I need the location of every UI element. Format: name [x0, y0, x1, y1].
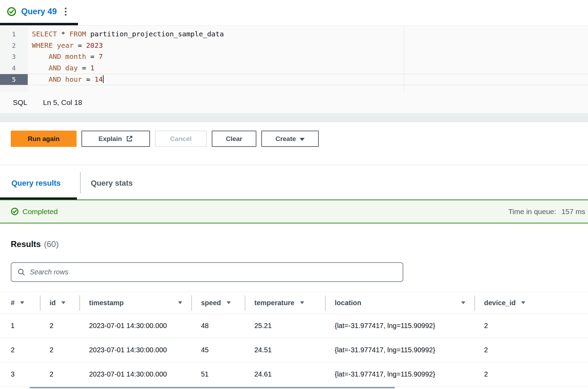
table-cell: 25.21 [245, 314, 326, 338]
table-cell: 24.61 [245, 362, 326, 386]
explain-button[interactable]: Explain [81, 131, 150, 147]
clear-button[interactable]: Clear [212, 131, 256, 147]
panel-divider [0, 113, 588, 122]
create-label: Create [275, 135, 296, 143]
text-cursor [103, 75, 104, 83]
column-header-device_id: device_id [475, 292, 588, 313]
column-header-num: # [0, 292, 41, 313]
table-row: 322023-07-01 14:30:00.0005124.61{lat=-31… [0, 362, 588, 387]
tab-query-results[interactable]: Query results [11, 179, 61, 188]
editor-lines: 1SELECT * FROM partition_projection_samp… [0, 26, 588, 85]
table-cell: 2 [41, 314, 80, 338]
success-check-icon [7, 7, 16, 16]
column-header-speed: speed [192, 292, 245, 313]
results-heading: Results(60) [11, 239, 59, 249]
completed-check-icon [11, 207, 19, 215]
column-header-location: location [326, 292, 475, 313]
tab-divider [80, 172, 81, 193]
queue-time-value: 157 ms [561, 207, 585, 216]
table-cell: 2023-07-01 14:30:00.000 [80, 362, 192, 386]
line-number: 1 [0, 29, 28, 40]
code-text: WHERE year = 2023 [28, 40, 103, 52]
table-cell: 45 [192, 338, 245, 362]
chevron-down-icon [300, 138, 305, 141]
table-cell: 1 [0, 314, 41, 338]
code-text: AND hour = 14 [28, 74, 104, 85]
editor-status-bar: SQL Ln 5, Col 18 [0, 92, 588, 113]
column-header-timestamp: timestamp [80, 292, 192, 313]
table-cell: 24.51 [245, 338, 326, 362]
editor-line[interactable]: 2WHERE year = 2023 [0, 40, 588, 52]
external-link-icon [126, 135, 133, 142]
language-label: SQL [13, 92, 27, 113]
line-number: 4 [0, 63, 28, 74]
filter-icon[interactable] [300, 301, 304, 304]
column-header-id: id [41, 292, 80, 313]
run-again-button[interactable]: Run again [11, 131, 77, 147]
editor-line[interactable]: 5 AND hour = 14 [0, 74, 588, 85]
table-cell: {lat=-31.977417, lng=115.90992} [326, 338, 475, 362]
results-title: Results [11, 239, 41, 249]
table-cell: {lat=-31.977417, lng=115.90992} [326, 362, 475, 386]
column-label: device_id [484, 299, 516, 307]
table-cell: 2 [41, 338, 80, 362]
query-status-banner: Completed Time in queue: 157 ms [0, 200, 588, 223]
code-text: AND day = 1 [28, 63, 95, 74]
table-cell: 2 [475, 338, 588, 362]
code-text: AND month = 7 [28, 51, 103, 63]
cancel-button[interactable]: Cancel [155, 131, 207, 147]
table-cell: 48 [192, 314, 245, 338]
horizontal-scrollbar-thumb[interactable] [29, 387, 395, 388]
column-label: temperature [254, 299, 295, 307]
tab-query-stats[interactable]: Query stats [91, 179, 133, 188]
table-cell: {lat=-31.977417, lng=115.90992} [326, 314, 475, 338]
results-table: #idtimestampspeedtemperaturelocationdevi… [0, 292, 588, 387]
column-label: location [335, 299, 361, 307]
table-cell: 2 [475, 314, 588, 338]
editor-line[interactable]: 3 AND month = 7 [0, 51, 588, 63]
table-row: 122023-07-01 14:30:00.0004825.21{lat=-31… [0, 314, 588, 338]
table-cell: 2023-07-01 14:30:00.000 [80, 338, 192, 362]
filter-icon[interactable] [61, 301, 65, 304]
line-number: 3 [0, 51, 28, 63]
editor-line[interactable]: 4 AND day = 1 [0, 63, 588, 74]
results-tab-bar: Query results Query stats [0, 165, 588, 200]
queue-time-label: Time in queue: [508, 207, 556, 216]
table-cell: 2023-07-01 14:30:00.000 [80, 314, 192, 338]
query-tab-bar: Query 49 [0, 0, 588, 26]
editor-line[interactable]: 1SELECT * FROM partition_projection_samp… [0, 29, 588, 40]
completed-label: Completed [23, 207, 58, 216]
query-tab[interactable]: Query 49 [7, 0, 68, 23]
query-tab-title: Query 49 [21, 7, 57, 16]
column-label: speed [201, 299, 221, 307]
column-label: # [11, 299, 15, 307]
table-header-row: #idtimestampspeedtemperaturelocationdevi… [0, 292, 588, 314]
search-input[interactable] [30, 263, 403, 281]
sql-editor[interactable]: 1SELECT * FROM partition_projection_samp… [0, 26, 588, 92]
table-row: 222023-07-01 14:30:00.0004524.51{lat=-31… [0, 338, 588, 362]
code-text: SELECT * FROM partition_projection_sampl… [28, 29, 224, 40]
table-cell: 3 [0, 362, 41, 386]
table-cell: 2 [41, 362, 80, 386]
explain-label: Explain [98, 135, 122, 143]
search-icon [17, 268, 26, 276]
filter-icon[interactable] [227, 301, 231, 304]
filter-icon[interactable] [178, 301, 182, 304]
athena-query-editor: Query 49 1SELECT * FROM partition_projec… [0, 0, 588, 389]
filter-icon[interactable] [521, 301, 525, 304]
table-cell: 2 [475, 362, 588, 386]
filter-icon[interactable] [20, 301, 24, 304]
filter-icon[interactable] [461, 301, 465, 304]
column-label: id [50, 299, 56, 307]
table-cell: 2 [0, 338, 41, 362]
column-label: timestamp [89, 299, 124, 307]
line-number: 5 [0, 74, 28, 85]
active-tab-underline [0, 23, 78, 25]
column-header-temperature: temperature [245, 292, 326, 313]
search-rows-box [11, 262, 403, 282]
table-body: 122023-07-01 14:30:00.0004825.21{lat=-31… [0, 314, 588, 387]
create-button[interactable]: Create [261, 131, 319, 147]
kebab-menu-icon[interactable] [63, 6, 68, 17]
cursor-position: Ln 5, Col 18 [43, 92, 82, 113]
table-cell: 51 [192, 362, 245, 386]
